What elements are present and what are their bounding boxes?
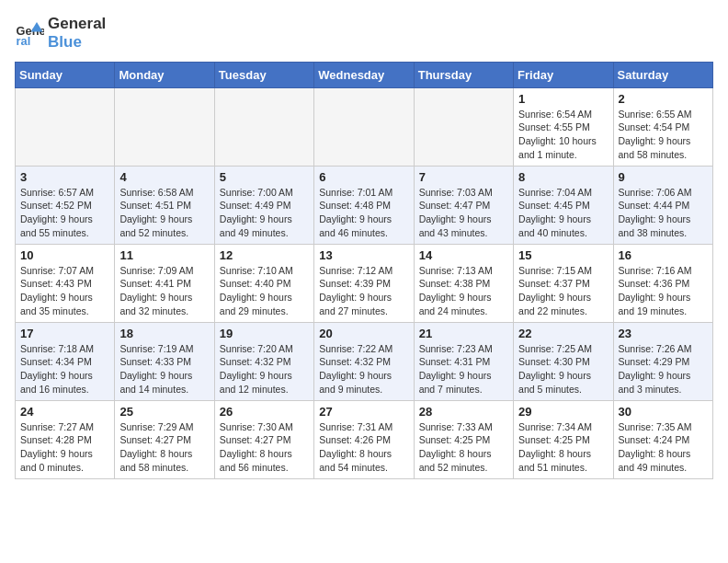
calendar-cell xyxy=(214,87,313,166)
calendar-cell: 7Sunrise: 7:03 AM Sunset: 4:47 PM Daylig… xyxy=(414,166,513,244)
day-number: 13 xyxy=(319,248,408,262)
calendar-cell xyxy=(314,87,414,166)
day-info: Sunrise: 7:09 AM Sunset: 4:41 PM Dayligh… xyxy=(119,264,209,318)
weekday-header: Friday xyxy=(514,62,613,87)
calendar-cell: 17Sunrise: 7:18 AM Sunset: 4:34 PM Dayli… xyxy=(16,322,115,400)
day-info: Sunrise: 7:04 AM Sunset: 4:45 PM Dayligh… xyxy=(518,186,608,240)
calendar-cell: 28Sunrise: 7:33 AM Sunset: 4:25 PM Dayli… xyxy=(414,400,513,478)
day-number: 4 xyxy=(119,170,209,184)
day-info: Sunrise: 7:25 AM Sunset: 4:30 PM Dayligh… xyxy=(518,342,608,396)
day-number: 30 xyxy=(619,405,708,419)
day-number: 24 xyxy=(20,405,109,419)
calendar-cell: 6Sunrise: 7:01 AM Sunset: 4:48 PM Daylig… xyxy=(314,166,414,244)
day-number: 10 xyxy=(20,248,109,262)
day-number: 14 xyxy=(419,248,508,262)
calendar-cell: 20Sunrise: 7:22 AM Sunset: 4:32 PM Dayli… xyxy=(314,322,414,400)
calendar-cell: 12Sunrise: 7:10 AM Sunset: 4:40 PM Dayli… xyxy=(214,244,313,322)
calendar-cell: 19Sunrise: 7:20 AM Sunset: 4:32 PM Dayli… xyxy=(214,322,313,400)
day-number: 18 xyxy=(119,327,209,340)
day-info: Sunrise: 7:01 AM Sunset: 4:48 PM Dayligh… xyxy=(319,186,408,240)
day-number: 8 xyxy=(518,170,608,184)
day-info: Sunrise: 7:16 AM Sunset: 4:36 PM Dayligh… xyxy=(619,264,708,318)
day-number: 1 xyxy=(518,92,608,106)
day-number: 2 xyxy=(619,92,708,106)
day-number: 12 xyxy=(220,248,309,262)
calendar-cell: 1Sunrise: 6:54 AM Sunset: 4:55 PM Daylig… xyxy=(514,87,613,166)
calendar-cell: 14Sunrise: 7:13 AM Sunset: 4:38 PM Dayli… xyxy=(414,244,513,322)
logo-text: General Blue xyxy=(48,15,106,52)
day-info: Sunrise: 7:12 AM Sunset: 4:39 PM Dayligh… xyxy=(319,264,408,318)
calendar-cell: 18Sunrise: 7:19 AM Sunset: 4:33 PM Dayli… xyxy=(115,322,214,400)
day-info: Sunrise: 7:22 AM Sunset: 4:32 PM Dayligh… xyxy=(319,342,408,396)
calendar-week-row: 10Sunrise: 7:07 AM Sunset: 4:43 PM Dayli… xyxy=(16,244,713,322)
calendar-cell: 4Sunrise: 6:58 AM Sunset: 4:51 PM Daylig… xyxy=(115,166,214,244)
day-number: 5 xyxy=(220,170,309,184)
day-number: 11 xyxy=(119,248,209,262)
calendar-cell: 10Sunrise: 7:07 AM Sunset: 4:43 PM Dayli… xyxy=(16,244,115,322)
weekday-header: Sunday xyxy=(16,62,115,87)
calendar-week-row: 17Sunrise: 7:18 AM Sunset: 4:34 PM Dayli… xyxy=(16,322,713,400)
calendar-cell: 29Sunrise: 7:34 AM Sunset: 4:25 PM Dayli… xyxy=(514,400,613,478)
day-number: 29 xyxy=(518,405,608,419)
calendar-cell: 5Sunrise: 7:00 AM Sunset: 4:49 PM Daylig… xyxy=(214,166,313,244)
calendar-cell: 13Sunrise: 7:12 AM Sunset: 4:39 PM Dayli… xyxy=(314,244,414,322)
calendar-week-row: 24Sunrise: 7:27 AM Sunset: 4:28 PM Dayli… xyxy=(16,400,713,478)
day-number: 25 xyxy=(119,405,209,419)
weekday-header: Wednesday xyxy=(314,62,414,87)
calendar-cell: 16Sunrise: 7:16 AM Sunset: 4:36 PM Dayli… xyxy=(613,244,712,322)
day-info: Sunrise: 7:33 AM Sunset: 4:25 PM Dayligh… xyxy=(419,420,508,475)
day-info: Sunrise: 7:23 AM Sunset: 4:31 PM Dayligh… xyxy=(419,342,508,396)
calendar-cell xyxy=(115,87,214,166)
calendar-cell: 30Sunrise: 7:35 AM Sunset: 4:24 PM Dayli… xyxy=(613,400,712,478)
weekday-header: Thursday xyxy=(414,62,513,87)
day-info: Sunrise: 7:00 AM Sunset: 4:49 PM Dayligh… xyxy=(220,186,309,240)
calendar-week-row: 3Sunrise: 6:57 AM Sunset: 4:52 PM Daylig… xyxy=(16,166,713,244)
day-number: 21 xyxy=(419,327,508,340)
calendar-cell: 3Sunrise: 6:57 AM Sunset: 4:52 PM Daylig… xyxy=(16,166,115,244)
day-info: Sunrise: 7:07 AM Sunset: 4:43 PM Dayligh… xyxy=(20,264,109,318)
day-info: Sunrise: 7:35 AM Sunset: 4:24 PM Dayligh… xyxy=(619,420,708,475)
day-info: Sunrise: 6:55 AM Sunset: 4:54 PM Dayligh… xyxy=(619,108,708,162)
day-info: Sunrise: 7:29 AM Sunset: 4:27 PM Dayligh… xyxy=(119,420,209,475)
day-number: 26 xyxy=(220,405,309,419)
day-info: Sunrise: 7:26 AM Sunset: 4:29 PM Dayligh… xyxy=(619,342,708,396)
day-info: Sunrise: 7:30 AM Sunset: 4:27 PM Dayligh… xyxy=(220,420,309,475)
day-info: Sunrise: 7:34 AM Sunset: 4:25 PM Dayligh… xyxy=(518,420,608,475)
day-info: Sunrise: 7:06 AM Sunset: 4:44 PM Dayligh… xyxy=(619,186,708,240)
calendar-cell: 15Sunrise: 7:15 AM Sunset: 4:37 PM Dayli… xyxy=(514,244,613,322)
day-info: Sunrise: 7:27 AM Sunset: 4:28 PM Dayligh… xyxy=(20,420,109,475)
calendar-cell xyxy=(414,87,513,166)
calendar-cell: 25Sunrise: 7:29 AM Sunset: 4:27 PM Dayli… xyxy=(115,400,214,478)
day-info: Sunrise: 6:54 AM Sunset: 4:55 PM Dayligh… xyxy=(518,108,608,162)
calendar-cell: 24Sunrise: 7:27 AM Sunset: 4:28 PM Dayli… xyxy=(16,400,115,478)
day-number: 19 xyxy=(220,327,309,340)
day-number: 27 xyxy=(319,405,408,419)
calendar-header-row: SundayMondayTuesdayWednesdayThursdayFrid… xyxy=(16,62,713,87)
calendar-cell: 11Sunrise: 7:09 AM Sunset: 4:41 PM Dayli… xyxy=(115,244,214,322)
page-header: Gene ral General Blue xyxy=(15,15,713,52)
weekday-header: Saturday xyxy=(613,62,712,87)
day-number: 9 xyxy=(619,170,708,184)
calendar-cell xyxy=(16,87,115,166)
day-number: 7 xyxy=(419,170,508,184)
logo-icon: Gene ral xyxy=(15,18,44,48)
day-info: Sunrise: 7:20 AM Sunset: 4:32 PM Dayligh… xyxy=(220,342,309,396)
day-info: Sunrise: 7:13 AM Sunset: 4:38 PM Dayligh… xyxy=(419,264,508,318)
calendar-cell: 9Sunrise: 7:06 AM Sunset: 4:44 PM Daylig… xyxy=(613,166,712,244)
svg-text:ral: ral xyxy=(17,34,31,48)
calendar-cell: 2Sunrise: 6:55 AM Sunset: 4:54 PM Daylig… xyxy=(613,87,712,166)
weekday-header: Tuesday xyxy=(214,62,313,87)
day-info: Sunrise: 7:15 AM Sunset: 4:37 PM Dayligh… xyxy=(518,264,608,318)
calendar-cell: 23Sunrise: 7:26 AM Sunset: 4:29 PM Dayli… xyxy=(613,322,712,400)
day-number: 6 xyxy=(319,170,408,184)
day-info: Sunrise: 7:18 AM Sunset: 4:34 PM Dayligh… xyxy=(20,342,109,396)
day-number: 16 xyxy=(619,248,708,262)
day-info: Sunrise: 6:57 AM Sunset: 4:52 PM Dayligh… xyxy=(20,186,109,240)
day-number: 17 xyxy=(20,327,109,340)
day-number: 28 xyxy=(419,405,508,419)
day-info: Sunrise: 6:58 AM Sunset: 4:51 PM Dayligh… xyxy=(119,186,209,240)
calendar-table: SundayMondayTuesdayWednesdayThursdayFrid… xyxy=(15,62,713,479)
day-number: 22 xyxy=(518,327,608,340)
day-info: Sunrise: 7:03 AM Sunset: 4:47 PM Dayligh… xyxy=(419,186,508,240)
day-info: Sunrise: 7:10 AM Sunset: 4:40 PM Dayligh… xyxy=(220,264,309,318)
